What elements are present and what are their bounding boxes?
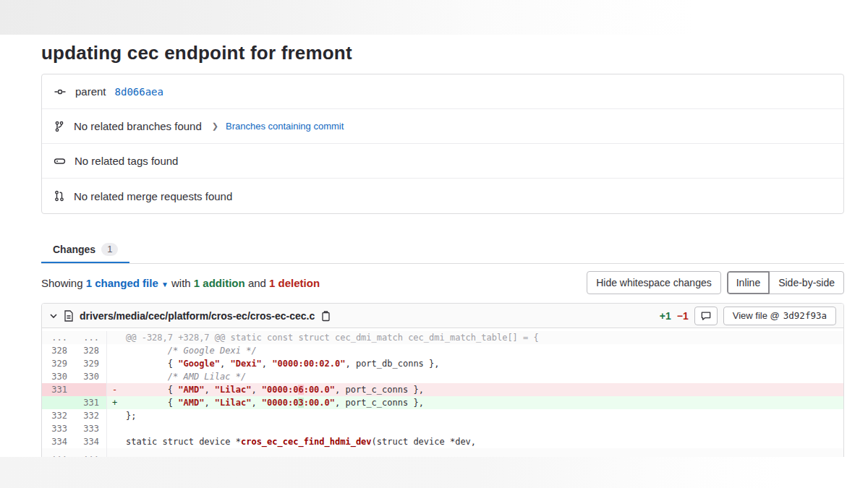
code-segment: , — [204, 398, 214, 408]
line-number[interactable]: 331 — [75, 396, 107, 409]
code-segment: :00.0" — [304, 398, 335, 408]
collapse-chevron-icon[interactable] — [49, 312, 58, 320]
diff-line: 333333 — [42, 422, 843, 435]
line-number[interactable]: 332 — [42, 409, 75, 422]
related-tags-row: No related tags found — [42, 144, 843, 179]
line-content: + { "AMD", "Lilac", "0000:03:00.0", port… — [107, 396, 843, 409]
code-segment: , port_c_conns }, — [335, 385, 424, 395]
diff-line: 330330 /* AMD Lilac */ — [42, 370, 843, 383]
line-number[interactable] — [42, 396, 75, 409]
line-number[interactable]: 331 — [42, 383, 75, 396]
chevron-down-icon[interactable]: ▼ — [161, 281, 169, 288]
line-number[interactable]: 334 — [75, 435, 107, 448]
branches-containing-commit-link[interactable]: Branches containing commit — [226, 121, 344, 132]
code-segment: 6 — [298, 385, 303, 395]
diff-line: ......@@ -328,7 +328,7 @@ static const s… — [42, 331, 843, 344]
line-content: @@ -328,7 +328,7 @@ static const struct … — [107, 331, 843, 344]
view-file-label: View file @ — [733, 310, 780, 321]
code-segment: "Lilac" — [215, 398, 252, 408]
and-label: and — [248, 277, 266, 289]
file-deletions-stat: −1 — [677, 310, 689, 322]
showing-label: Showing — [41, 277, 83, 289]
parent-sha-link[interactable]: 8d066aea — [115, 86, 163, 98]
parent-label: parent — [75, 85, 106, 98]
code-segment: , — [204, 385, 214, 395]
diff-file-box: drivers/media/cec/platform/cros-ec/cros-… — [41, 303, 844, 465]
comment-button[interactable] — [694, 307, 718, 325]
line-number[interactable]: ... — [42, 331, 75, 344]
commit-tabs: Changes 1 — [41, 237, 844, 264]
line-number[interactable]: 328 — [42, 344, 75, 357]
with-label: with — [171, 277, 191, 289]
tab-changes-label: Changes — [53, 244, 95, 255]
inline-view-button[interactable]: Inline — [727, 271, 770, 294]
branch-icon — [54, 121, 65, 132]
related-branches-row: No related branches found ❯ Branches con… — [42, 109, 843, 144]
code-segment — [126, 372, 168, 382]
line-number[interactable]: 330 — [75, 370, 107, 383]
line-number[interactable]: 334 — [42, 435, 75, 448]
line-content — [107, 422, 843, 435]
line-number[interactable]: 332 — [75, 409, 107, 422]
line-number[interactable]: 329 — [75, 357, 107, 370]
line-content: { "Google", "Dexi", "0000:00:02.0", port… — [107, 357, 843, 370]
code-segment: , port_c_conns }, — [335, 398, 424, 408]
diff-line: 328328 /* Google Dexi */ — [42, 344, 843, 357]
code-segment: { — [126, 398, 178, 408]
code-segment — [126, 346, 168, 356]
changed-file-dropdown[interactable]: 1 changed file — [86, 277, 158, 289]
code-segment: "Dexi" — [231, 359, 262, 369]
side-by-side-view-button[interactable]: Side-by-side — [769, 271, 844, 294]
code-segment: , — [251, 398, 261, 408]
top-header-placeholder — [0, 0, 868, 35]
addition-count: 1 addition — [194, 277, 245, 289]
code-segment: static struct device * — [126, 437, 241, 447]
line-number[interactable]: 328 — [75, 344, 107, 357]
commit-icon — [54, 86, 67, 98]
tag-icon — [54, 155, 66, 167]
code-segment: /* Google Dexi */ — [168, 346, 257, 356]
code-segment: , — [262, 359, 272, 369]
code-segment: 3 — [298, 398, 303, 408]
commit-page: updating cec endpoint for fremont parent… — [41, 42, 844, 465]
diff-sign: + — [112, 396, 121, 409]
parent-commit-row: parent 8d066aea — [42, 74, 843, 109]
comment-bubble-icon — [701, 311, 711, 320]
line-content: /* AMD Lilac */ — [107, 370, 843, 383]
diff-line: 331+ { "AMD", "Lilac", "0000:03:00.0", p… — [42, 396, 843, 409]
code-segment: :00.0" — [304, 385, 335, 395]
deletion-count: 1 deletion — [269, 277, 320, 289]
related-mrs-row: No related merge requests found — [42, 179, 843, 213]
tab-changes[interactable]: Changes 1 — [41, 237, 129, 263]
code-segment: "AMD" — [178, 398, 204, 408]
line-number[interactable]: 329 — [42, 357, 75, 370]
copy-path-icon[interactable] — [320, 310, 331, 322]
hide-whitespace-button[interactable]: Hide whitespace changes — [587, 271, 721, 294]
diff-content: ......@@ -328,7 +328,7 @@ static const s… — [42, 328, 843, 464]
changes-count-badge: 1 — [101, 243, 118, 256]
code-segment: /* AMD Lilac */ — [168, 372, 246, 382]
diff-summary-text: Showing 1 changed file ▼ with 1 addition… — [41, 277, 320, 289]
code-segment: , — [220, 359, 230, 369]
code-segment: cros_ec_cec_find_hdmi_dev — [241, 437, 372, 447]
line-number[interactable] — [75, 383, 107, 396]
code-segment: "0000:00:02.0" — [272, 359, 345, 369]
code-segment: , — [251, 385, 261, 395]
line-number[interactable]: 333 — [42, 422, 75, 435]
diff-toolbar: Hide whitespace changes Inline Side-by-s… — [587, 271, 844, 294]
line-number[interactable]: 330 — [42, 370, 75, 383]
code-segment: (struct device *dev, — [372, 437, 477, 447]
view-file-button[interactable]: View file @ 3d92f93a — [723, 307, 836, 325]
line-number[interactable]: 333 — [75, 422, 107, 435]
line-content: }; — [107, 409, 843, 422]
line-content: /* Google Dexi */ — [107, 344, 843, 357]
line-number[interactable]: ... — [75, 331, 107, 344]
commit-title: updating cec endpoint for fremont — [41, 42, 844, 64]
related-branches-text: No related branches found — [74, 120, 202, 132]
view-file-sha: 3d92f93a — [783, 310, 827, 321]
diff-file-path[interactable]: drivers/media/cec/platform/cros-ec/cros-… — [80, 310, 315, 322]
related-tags-text: No related tags found — [75, 155, 178, 167]
diff-line: 334334static struct device *cros_ec_cec_… — [42, 435, 843, 448]
code-segment: , port_db_conns }, — [345, 359, 439, 369]
code-segment: { — [126, 385, 178, 395]
